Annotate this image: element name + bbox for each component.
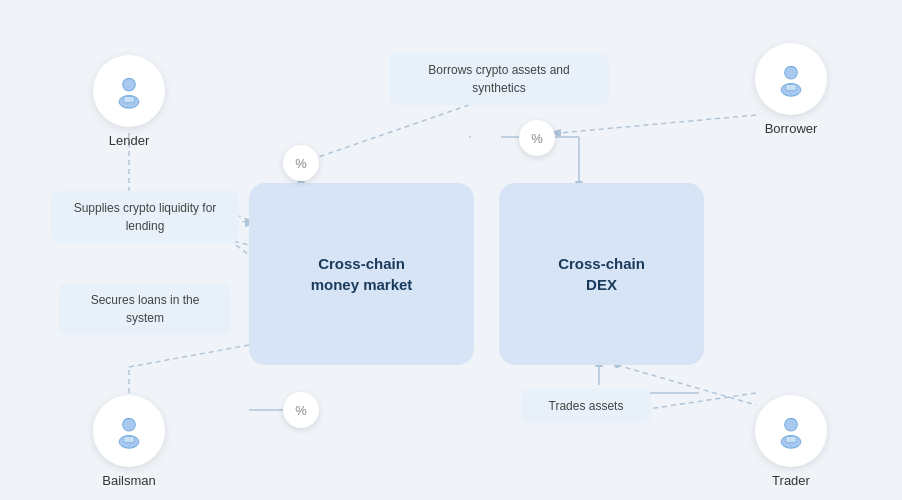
percent-badge-lender: % xyxy=(283,145,319,181)
lender-circle xyxy=(93,55,165,127)
borrower-circle xyxy=(755,43,827,115)
svg-rect-29 xyxy=(124,96,135,102)
svg-rect-32 xyxy=(786,84,797,90)
svg-line-12 xyxy=(559,115,756,133)
diagram: Lender Borrower Bailsman xyxy=(21,15,881,485)
percent-lender-symbol: % xyxy=(295,156,307,171)
svg-point-27 xyxy=(123,78,136,91)
trader-label: Trader xyxy=(772,473,810,488)
svg-line-6 xyxy=(236,245,249,255)
supplies-crypto-text: Supplies crypto liquidity for lending xyxy=(74,201,217,233)
trades-assets-text: Trades assets xyxy=(549,399,624,413)
percent-badge-borrower: % xyxy=(519,120,555,156)
svg-point-30 xyxy=(785,66,798,79)
dex-box: Cross-chainDEX xyxy=(499,183,704,365)
actor-lender: Lender xyxy=(93,55,165,148)
trader-circle xyxy=(755,395,827,467)
svg-point-33 xyxy=(123,418,136,431)
actor-borrower: Borrower xyxy=(755,43,827,136)
borrows-crypto-text: Borrows crypto assets and synthetics xyxy=(428,63,569,95)
svg-line-17 xyxy=(129,345,249,367)
bailsman-label: Bailsman xyxy=(102,473,155,488)
actor-bailsman: Bailsman xyxy=(93,395,165,488)
secures-loans-text: Secures loans in the system xyxy=(91,293,200,325)
percent-badge-bailsman: % xyxy=(283,392,319,428)
borrower-label: Borrower xyxy=(765,121,818,136)
svg-rect-38 xyxy=(786,436,797,442)
percent-bailsman-symbol: % xyxy=(295,403,307,418)
desc-borrows-crypto: Borrows crypto assets and synthetics xyxy=(389,53,609,105)
desc-secures-loans: Secures loans in the system xyxy=(59,283,231,335)
desc-supplies-crypto: Supplies crypto liquidity for lending xyxy=(51,191,239,243)
svg-line-20 xyxy=(641,393,756,410)
desc-trades-assets: Trades assets xyxy=(521,389,651,423)
dex-label: Cross-chainDEX xyxy=(558,253,645,295)
money-market-box: Cross-chainmoney market xyxy=(249,183,474,365)
bailsman-circle xyxy=(93,395,165,467)
money-market-label: Cross-chainmoney market xyxy=(311,253,413,295)
svg-point-36 xyxy=(785,418,798,431)
lender-label: Lender xyxy=(109,133,149,148)
percent-borrower-symbol: % xyxy=(531,131,543,146)
actor-trader: Trader xyxy=(755,395,827,488)
svg-rect-35 xyxy=(124,436,135,442)
svg-line-7 xyxy=(301,105,469,163)
